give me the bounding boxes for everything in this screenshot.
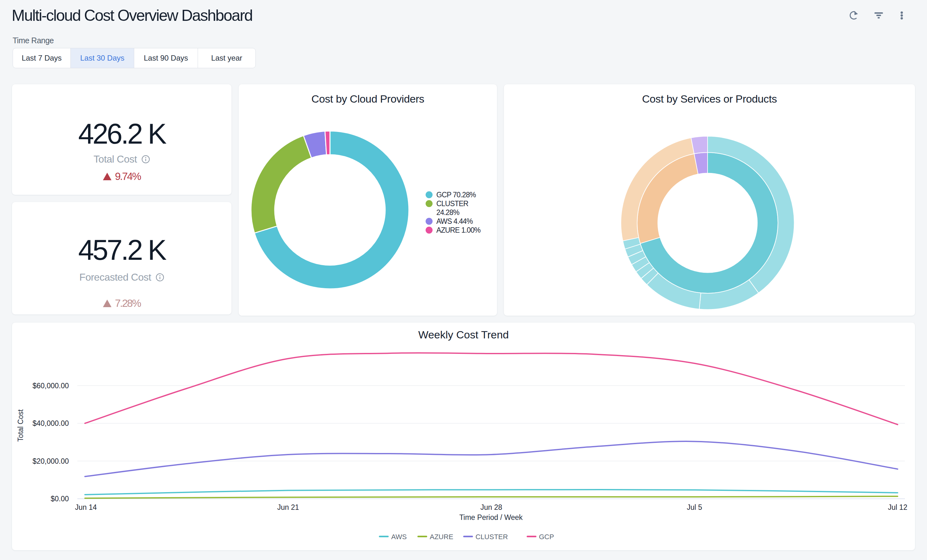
svg-text:Time Period / Week: Time Period / Week xyxy=(459,513,523,522)
svg-text:GCP: GCP xyxy=(539,533,554,541)
svg-text:CLUSTER: CLUSTER xyxy=(476,533,508,541)
svg-text:Weekly Cost Trend: Weekly Cost Trend xyxy=(418,329,509,341)
svg-text:Jun 14: Jun 14 xyxy=(75,503,97,511)
svg-text:Jun 21: Jun 21 xyxy=(277,503,299,511)
svg-text:$0.00: $0.00 xyxy=(50,495,69,503)
svg-text:Jun 28: Jun 28 xyxy=(480,503,502,511)
svg-text:Total Cost: Total Cost xyxy=(17,409,24,442)
svg-text:AZURE: AZURE xyxy=(430,533,453,541)
svg-text:Jul 12: Jul 12 xyxy=(888,503,907,511)
svg-text:AWS: AWS xyxy=(391,533,407,541)
svg-text:Jul 5: Jul 5 xyxy=(687,503,702,511)
svg-text:$20,000.00: $20,000.00 xyxy=(32,457,69,465)
svg-text:$60,000.00: $60,000.00 xyxy=(32,382,69,390)
svg-text:$40,000.00: $40,000.00 xyxy=(32,419,69,427)
